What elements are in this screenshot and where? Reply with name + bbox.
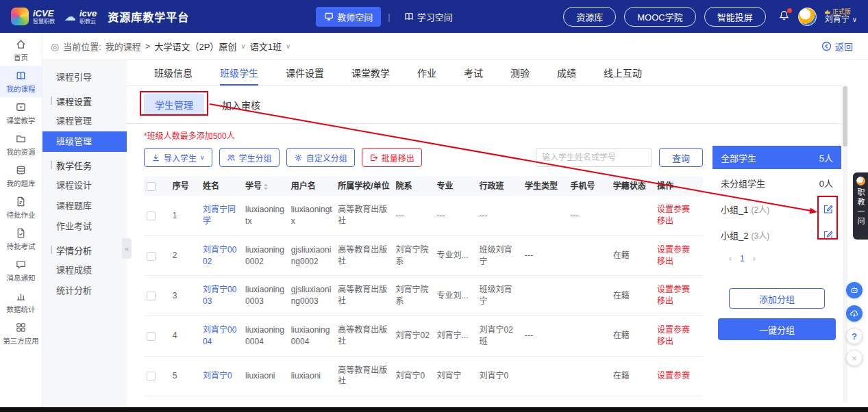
row-checkbox[interactable] — [147, 332, 156, 341]
resource-library-button[interactable]: 资源库 — [563, 7, 616, 27]
student-space-button[interactable]: 学习空间 — [397, 7, 460, 27]
row-checkbox[interactable] — [147, 252, 156, 261]
notification-bell[interactable] — [778, 10, 790, 24]
sidebar-item-third-party-apps[interactable]: 第三方应用 — [0, 318, 42, 349]
submenu-item-course-guide[interactable]: 课程引导 — [42, 67, 127, 88]
tab-exams[interactable]: 考试 — [464, 60, 483, 86]
scrollbar-thumb[interactable] — [843, 86, 847, 146]
row-checkbox[interactable] — [147, 372, 156, 381]
all-students-bar[interactable]: 全部学生 5人 — [712, 146, 841, 169]
student-name-link[interactable]: 刘宵宁0003 — [203, 285, 236, 306]
sort-icon[interactable] — [264, 183, 268, 190]
submenu-item-course-grades[interactable]: 课程成绩 — [42, 260, 127, 281]
student-name-link[interactable]: 刘宵宁同学 — [203, 205, 236, 226]
row-checkbox[interactable] — [147, 292, 156, 300]
submenu-item-homework-exams[interactable]: 作业考试 — [42, 216, 127, 237]
subtab-join-audit[interactable]: 加入审核 — [222, 98, 260, 112]
chart-icon — [15, 290, 27, 302]
all-students-count: 5人 — [819, 151, 833, 164]
submenu-item-course-design[interactable]: 课程设计 — [42, 175, 127, 196]
subtab-student-management[interactable]: 学生管理 — [144, 94, 204, 116]
submenu-item-statistical-analysis[interactable]: 统计分析 — [42, 281, 127, 301]
remove-link[interactable]: 移出 — [657, 296, 700, 307]
breadcrumb-separator: > — [145, 41, 151, 51]
sidebar-item-messages[interactable]: 消息通知 — [0, 255, 42, 286]
group-row-1[interactable]: 小组_1(2人) — [712, 198, 841, 220]
submenu-item-class-management[interactable]: 班级管理 — [42, 131, 127, 152]
set-contest-link[interactable]: 设置参赛 — [657, 204, 700, 216]
auto-group-button[interactable]: 一键分组 — [718, 318, 836, 340]
ai-assistant-button[interactable] — [846, 282, 863, 298]
submenu-collapse-handle[interactable]: « — [122, 238, 132, 259]
sidebar-item-pending-exams[interactable]: 待批考试 — [0, 223, 42, 255]
course-caret-icon[interactable]: ∨ — [240, 42, 245, 50]
tab-courseware-settings[interactable]: 课件设置 — [286, 60, 324, 86]
back-button[interactable]: 返回 — [821, 40, 853, 53]
add-group-button[interactable]: 添加分组 — [729, 288, 825, 309]
sidebar-item-my-courses[interactable]: 我的课程 — [0, 66, 42, 97]
teacher-space-button[interactable]: 教师空间 — [316, 7, 381, 27]
query-button[interactable]: 查询 — [659, 148, 703, 167]
edit-group-button[interactable] — [823, 204, 833, 214]
sidebar-item-statistics[interactable]: 数据统计 — [0, 286, 42, 318]
set-contest-link[interactable]: 设置参赛 — [657, 284, 700, 296]
row-checkbox[interactable] — [147, 211, 156, 220]
edit-group-button[interactable] — [823, 230, 833, 240]
student-search-input[interactable] — [536, 148, 652, 167]
class-caret-icon[interactable]: ∨ — [286, 42, 290, 50]
user-menu[interactable]: 正式版 刘宵宁 ∨ — [825, 8, 857, 25]
set-contest-link[interactable]: 设置参赛 — [657, 244, 700, 256]
tab-class-students[interactable]: 班级学生 — [220, 60, 258, 86]
tab-quizzes[interactable]: 测验 — [510, 60, 530, 86]
sidebar-item-question-bank[interactable]: 我的题库 — [0, 160, 42, 192]
tab-homework[interactable]: 作业 — [417, 60, 436, 86]
batch-remove-button[interactable]: 批量移出 — [362, 148, 422, 167]
qa-side-tab[interactable]: 职教一问 — [853, 172, 868, 240]
close-widgets-button[interactable]: × — [846, 350, 863, 366]
student-grouping-button[interactable]: 学生分组 — [219, 148, 280, 167]
page-number[interactable]: 1 — [740, 254, 745, 263]
breadcrumb-root[interactable]: 我的课程 — [106, 40, 141, 53]
page-prev-icon[interactable]: ‹ — [729, 254, 732, 263]
tab-classroom-teaching[interactable]: 课堂教学 — [351, 60, 390, 86]
download-center-button[interactable] — [846, 305, 863, 322]
smart-cast-button[interactable]: 智能投屏 — [704, 7, 766, 27]
database-icon — [15, 164, 27, 176]
sidebar-item-classroom-teaching[interactable]: 课堂教学 — [0, 97, 42, 129]
submenu-section-course-settings: 课程设置 — [42, 90, 127, 111]
cloud-logo-subtext: 职教云 — [79, 19, 97, 25]
mooc-academy-button[interactable]: MOOC学院 — [624, 7, 695, 27]
cloud-logo-text: icve — [79, 9, 97, 18]
set-contest-link[interactable]: 设置参赛 — [657, 370, 700, 382]
sidebar-item-home[interactable]: 首页 — [0, 34, 42, 66]
student-name-link[interactable]: 刘宵宁0 — [203, 371, 232, 381]
help-button[interactable]: ? — [846, 328, 863, 344]
import-students-button[interactable]: 导入学生 ∨ — [144, 148, 212, 167]
submenu-item-course-question-bank[interactable]: 课程题库 — [42, 196, 127, 216]
group-row-2[interactable]: 小组_2(3人) — [712, 224, 841, 246]
set-contest-link[interactable]: 设置参赛 — [657, 324, 700, 336]
tab-online-interaction[interactable]: 线上互动 — [604, 60, 642, 86]
location-icon: ◎ — [51, 41, 59, 52]
submenu-item-course-management[interactable]: 课程管理 — [42, 111, 127, 131]
sidebar-item-pending-homework[interactable]: 待批作业 — [0, 192, 42, 223]
student-name-link[interactable]: 刘宵宁0004 — [203, 325, 236, 346]
sidebar-item-my-resources[interactable]: 我的资源 — [0, 129, 42, 160]
page-next-icon[interactable]: › — [753, 254, 756, 263]
tab-class-info[interactable]: 班级信息 — [154, 60, 193, 86]
tab-grades[interactable]: 成绩 — [557, 60, 576, 86]
col-student-type: 学生类型 — [522, 177, 568, 196]
select-all-checkbox[interactable] — [147, 182, 156, 191]
remove-link[interactable]: 移出 — [657, 256, 700, 268]
students-table: 序号 姓名 学号 用户名 所属学校/单位 院系 专业 行政班 学生类型 手机号 … — [144, 177, 703, 396]
ungrouped-students-row[interactable]: 未分组学生 0人 — [712, 172, 841, 194]
breadcrumb-class[interactable]: 语文1班 — [250, 40, 282, 53]
download-icon — [151, 153, 160, 162]
remove-link[interactable]: 移出 — [657, 336, 700, 348]
student-name-link[interactable]: 刘宵宁0002 — [203, 245, 236, 266]
remove-link[interactable]: 移出 — [657, 216, 700, 227]
breadcrumb-course[interactable]: 大学语文（2P）原创 — [154, 40, 236, 53]
group-count: (3人) — [751, 231, 769, 241]
custom-grouping-button[interactable]: 自定义分组 — [286, 148, 355, 167]
avatar[interactable] — [798, 8, 817, 26]
